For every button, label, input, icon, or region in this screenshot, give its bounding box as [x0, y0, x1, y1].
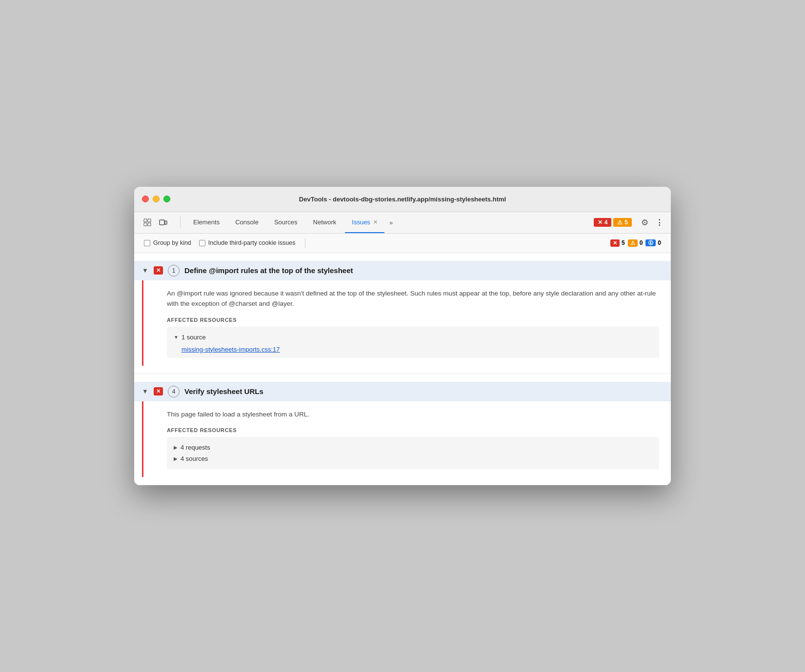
titlebar: DevTools - devtools-dbg-stories.netlify.…	[134, 187, 671, 212]
filterbar: Group by kind Include third-party cookie…	[134, 234, 671, 253]
issue-group-2: ▼ ✕ 4 Verify stylesheet URLs This page f…	[134, 374, 671, 486]
issue-arrow-1: ▼	[142, 267, 149, 274]
tab-overflow-button[interactable]: »	[386, 212, 396, 233]
issue-body-2: This page failed to load a stylesheet fr…	[142, 401, 671, 477]
issues-content: ▼ ✕ 1 Define @import rules at the top of…	[134, 253, 671, 486]
issue-header-1[interactable]: ▼ ✕ 1 Define @import rules at the top of…	[134, 261, 671, 280]
tab-issues-close[interactable]: ✕	[373, 219, 378, 225]
filter-divider	[305, 238, 305, 248]
sources-arrow-1: ▼	[174, 335, 179, 340]
issue-severity-icon-1: ✕	[156, 267, 161, 274]
resource-sources-toggle-1[interactable]: ▼ 1 source	[174, 332, 652, 343]
filter-warning-badge[interactable]: ⚠ 0	[628, 239, 643, 247]
issue-title-2: Verify stylesheet URLs	[184, 387, 263, 395]
filter-error-badge[interactable]: ✕ 5	[610, 239, 625, 247]
resource-link-1[interactable]: missing-stylesheets-imports.css:17	[174, 346, 652, 353]
issue-count-2: 4	[168, 386, 180, 397]
window-title: DevTools - devtools-dbg-stories.netlify.…	[299, 196, 506, 203]
issue-severity-icon-2: ✕	[156, 388, 161, 395]
error-badge[interactable]: ✕ 4	[594, 218, 612, 227]
issue-group-1: ▼ ✕ 1 Define @import rules at the top of…	[134, 253, 671, 374]
third-party-filter[interactable]: Include third-party cookie issues	[199, 239, 296, 246]
issue-severity-badge-1: ✕	[154, 266, 163, 275]
maximize-button[interactable]	[163, 196, 170, 202]
issue-header-2[interactable]: ▼ ✕ 4 Verify stylesheet URLs	[134, 382, 671, 401]
issue-severity-badge-2: ✕	[154, 387, 163, 395]
toolbar-divider	[180, 217, 181, 228]
affected-label-2: AFFECTED RESOURCES	[167, 427, 659, 433]
resources-box-2: ▶ 4 requests ▶ 4 sources	[167, 437, 659, 469]
resources-box-1: ▼ 1 source missing-stylesheets-imports.c…	[167, 327, 659, 358]
filter-info-icon: 🛈	[645, 239, 656, 246]
toolbar-icons	[140, 216, 170, 229]
svg-rect-3	[148, 223, 151, 226]
group-by-kind-checkbox[interactable]	[144, 240, 150, 246]
issue-arrow-2: ▼	[142, 388, 149, 395]
issue-title-1: Define @import rules at the top of the s…	[184, 266, 353, 275]
group-by-kind-filter[interactable]: Group by kind	[144, 239, 191, 246]
svg-rect-4	[160, 220, 164, 225]
resource-requests-toggle-2[interactable]: ▶ 4 requests	[174, 442, 652, 453]
issue-desc-2: This page failed to load a stylesheet fr…	[167, 409, 659, 420]
close-button[interactable]	[142, 196, 149, 202]
svg-rect-5	[165, 221, 167, 224]
sources-arrow-2: ▶	[174, 456, 178, 461]
settings-button[interactable]: ⚙	[638, 216, 651, 229]
filter-badge-group: ✕ 5 ⚠ 0 🛈 0	[610, 239, 661, 247]
issue-desc-1: An @import rule was ignored because it w…	[167, 288, 659, 309]
warning-badge[interactable]: ⚠ 5	[613, 218, 632, 227]
warning-badge-icon: ⚠	[617, 219, 623, 226]
filter-error-icon: ✕	[610, 239, 620, 247]
toolbar: Elements Console Sources Network Issues …	[134, 212, 671, 234]
svg-rect-1	[148, 219, 151, 222]
svg-rect-2	[144, 223, 147, 226]
devtools-window: DevTools - devtools-dbg-stories.netlify.…	[134, 187, 671, 486]
tab-console[interactable]: Console	[228, 212, 265, 233]
device-toolbar-icon[interactable]	[156, 216, 170, 229]
resource-sources-toggle-2[interactable]: ▶ 4 sources	[174, 453, 652, 464]
requests-arrow-2: ▶	[174, 445, 178, 450]
inspect-element-icon[interactable]	[140, 216, 155, 229]
tab-network[interactable]: Network	[306, 212, 343, 233]
tab-sources[interactable]: Sources	[267, 212, 304, 233]
issue-body-1: An @import rule was ignored because it w…	[142, 280, 671, 366]
badge-group: ✕ 4 ⚠ 5	[594, 218, 632, 227]
traffic-lights	[142, 196, 170, 202]
filter-warning-icon: ⚠	[628, 239, 638, 247]
more-button[interactable]: ⋮	[653, 216, 665, 229]
tab-elements[interactable]: Elements	[186, 212, 226, 233]
third-party-checkbox[interactable]	[199, 240, 205, 246]
error-badge-icon: ✕	[598, 219, 603, 226]
affected-label-1: AFFECTED RESOURCES	[167, 317, 659, 323]
filter-info-badge[interactable]: 🛈 0	[645, 239, 661, 246]
tab-issues[interactable]: Issues ✕	[345, 212, 384, 233]
minimize-button[interactable]	[153, 196, 160, 202]
issue-count-1: 1	[168, 265, 180, 277]
svg-rect-0	[144, 219, 147, 222]
